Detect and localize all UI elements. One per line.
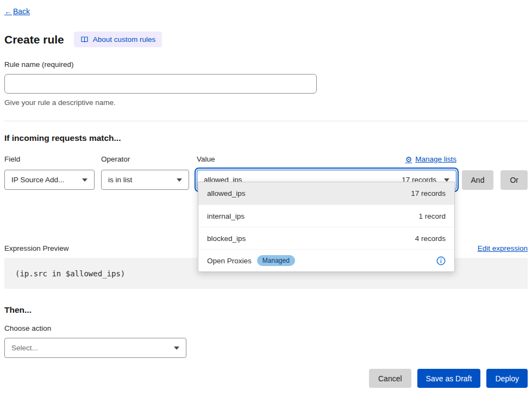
list-option-meta: 1 record <box>418 212 446 220</box>
match-section-title: If incoming requests match... <box>4 133 528 143</box>
condition-connector-buttons: And Or <box>462 170 528 190</box>
manage-lists-label: Manage lists <box>415 155 456 163</box>
back-arrow-icon: ← <box>4 7 12 16</box>
chevron-down-icon <box>444 178 449 182</box>
page-title: Create rule <box>4 33 64 46</box>
action-select[interactable]: Select... <box>4 338 186 358</box>
list-option-left: Open Proxies Managed <box>207 255 295 266</box>
create-rule-page: ←Back Create rule About custom rules Rul… <box>0 0 532 402</box>
value-label: Value <box>197 155 215 163</box>
list-option-name: internal_ips <box>207 212 245 220</box>
list-option-name: Open Proxies <box>207 257 252 265</box>
back-link[interactable]: ←Back <box>4 7 30 16</box>
list-option-allowed-ips[interactable]: allowed_ips 17 records <box>198 182 454 205</box>
list-option-meta: 4 records <box>415 234 446 243</box>
or-button[interactable]: Or <box>500 170 528 190</box>
list-option-name: blocked_ips <box>207 234 246 243</box>
book-icon <box>80 35 89 44</box>
operator-label: Operator <box>101 155 189 163</box>
back-label: Back <box>13 7 30 16</box>
list-option-name: allowed_ips <box>207 189 246 197</box>
value-dropdown-panel: allowed_ips 17 records internal_ips 1 re… <box>198 182 455 272</box>
field-label: Field <box>4 155 95 163</box>
field-select-value: IP Source Add... <box>11 176 64 184</box>
chevron-down-icon <box>174 347 179 350</box>
cancel-button[interactable]: Cancel <box>369 369 411 388</box>
field-select[interactable]: IP Source Add... <box>4 170 95 190</box>
about-custom-rules-label: About custom rules <box>93 35 156 44</box>
about-custom-rules-link[interactable]: About custom rules <box>74 32 162 47</box>
managed-badge: Managed <box>257 255 295 266</box>
list-option-blocked-ips[interactable]: blocked_ips 4 records <box>198 227 454 249</box>
operator-select-value: is in list <box>108 176 132 184</box>
manage-lists-link[interactable]: ⚙ Manage lists <box>405 155 456 163</box>
deploy-button[interactable]: Deploy <box>486 369 528 388</box>
section-divider <box>4 121 528 121</box>
choose-action-label: Choose action <box>4 324 528 332</box>
match-condition-row: Field IP Source Add... Operator is in li… <box>4 155 528 190</box>
chevron-down-icon <box>177 178 182 182</box>
gear-icon: ⚙ <box>405 156 412 163</box>
rule-name-helper: Give your rule a descriptive name. <box>4 98 528 107</box>
chevron-down-icon <box>82 178 87 182</box>
rule-name-label: Rule name (required) <box>4 60 528 69</box>
edit-expression-link[interactable]: Edit expression <box>478 244 528 252</box>
action-select-placeholder: Select... <box>11 344 38 352</box>
value-column: Value ⚙ Manage lists allowed_ips 17 reco… <box>197 155 456 190</box>
expression-preview-label: Expression Preview <box>4 244 69 252</box>
then-section-title: Then... <box>4 305 528 315</box>
info-icon[interactable] <box>436 256 446 265</box>
field-column: Field IP Source Add... <box>4 155 95 190</box>
list-option-open-proxies[interactable]: Open Proxies Managed <box>198 249 454 271</box>
expression-code-text: (ip.src in $allowed_ips) <box>15 269 125 278</box>
operator-select[interactable]: is in list <box>101 170 189 190</box>
footer-actions: Cancel Save as Draft Deploy <box>4 369 528 388</box>
list-option-internal-ips[interactable]: internal_ips 1 record <box>198 205 454 227</box>
and-button[interactable]: And <box>462 170 494 190</box>
save-as-draft-button[interactable]: Save as Draft <box>417 369 481 388</box>
list-option-meta: 17 records <box>411 189 446 197</box>
operator-column: Operator is in list <box>101 155 189 190</box>
value-label-row: Value ⚙ Manage lists <box>197 155 456 163</box>
rule-name-input[interactable] <box>4 74 317 94</box>
title-row: Create rule About custom rules <box>4 32 528 47</box>
